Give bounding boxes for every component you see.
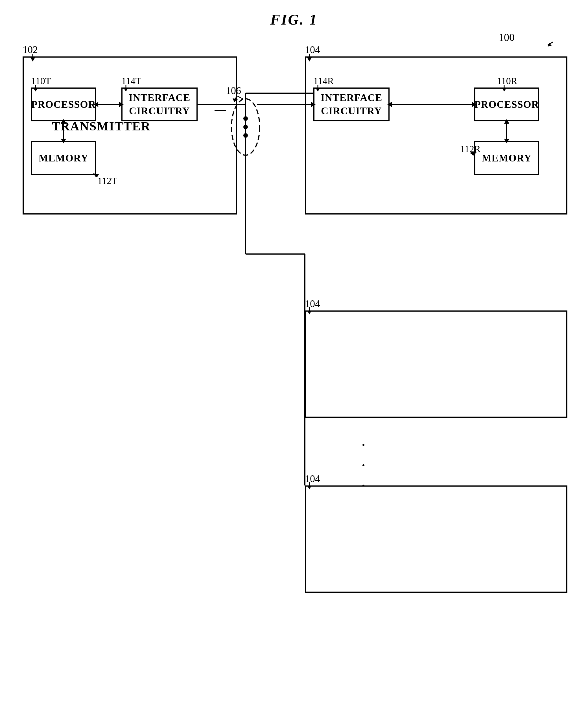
interface-r-label: INTERFACE CIRCUITRY — [314, 91, 388, 118]
receiver-top-box: RECEIVER — [305, 57, 567, 214]
interface-t-box: INTERFACE CIRCUITRY — [121, 87, 197, 121]
memory-t-ref: 112T — [98, 175, 118, 186]
memory-r-box: MEMORY — [474, 141, 539, 175]
processor-r-box: PROCESSOR — [474, 87, 539, 121]
interface-t-label: INTERFACE CIRCUITRY — [123, 91, 196, 118]
receiver-bot-ref: 104 — [305, 473, 320, 485]
memory-t-box: MEMORY — [31, 141, 96, 175]
interface-r-box: INTERFACE CIRCUITRY — [313, 87, 390, 121]
memory-t-label: MEMORY — [39, 152, 89, 165]
diagram-container: FIG. 1 100 102 TRANSMITTER 110T PROCESSO… — [0, 0, 588, 720]
transmitter-ref-label: 102 — [23, 44, 38, 56]
interface-t-ref: 114T — [121, 76, 142, 86]
receiver-top-ref: 104 — [305, 44, 320, 56]
svg-line-1 — [548, 42, 553, 45]
interface-r-ref: 114R — [313, 76, 334, 86]
dots-between-receivers: ··· — [361, 435, 365, 495]
processor-r-label: PROCESSOR — [474, 98, 539, 111]
processor-t-box: PROCESSOR — [31, 87, 96, 121]
svg-point-34 — [243, 125, 248, 129]
processor-t-ref: 110T — [31, 76, 51, 86]
receiver-mid-box: RECEIVER — [305, 311, 567, 418]
figure-title: FIG. 1 — [270, 11, 318, 28]
processor-t-label: PROCESSOR — [31, 98, 96, 111]
receiver-bot-box: RECEIVER — [305, 485, 567, 593]
memory-r-label: MEMORY — [482, 152, 532, 165]
processor-r-ref: 110R — [497, 76, 517, 86]
receiver-mid-ref: 104 — [305, 298, 320, 310]
system-ref-label: 100 — [499, 31, 514, 43]
channel-ref-label: 106 — [226, 85, 241, 97]
svg-point-35 — [243, 133, 248, 138]
svg-point-33 — [243, 116, 248, 121]
